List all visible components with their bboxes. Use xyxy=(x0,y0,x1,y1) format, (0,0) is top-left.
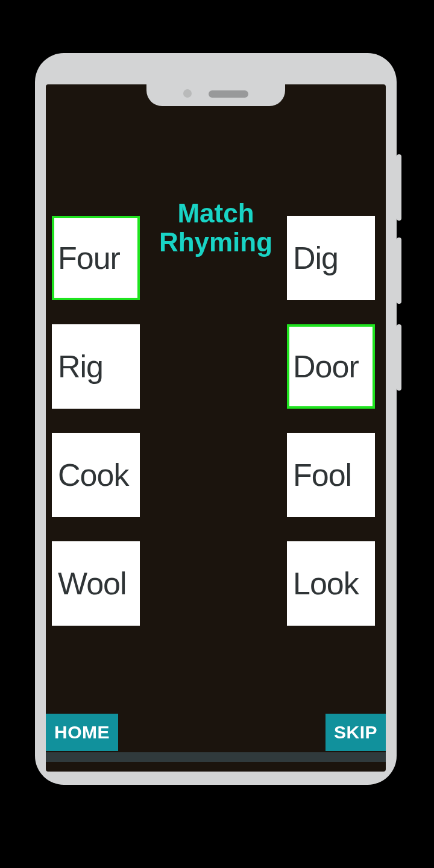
home-button[interactable]: HOME xyxy=(46,714,118,751)
word-card-left-3[interactable]: Wool xyxy=(52,541,140,626)
stage: Match Rhyming Four Rig Cook Wool Dig Doo… xyxy=(0,0,434,868)
word-card-right-2[interactable]: Fool xyxy=(287,433,375,517)
phone-side-button-icon xyxy=(397,237,401,304)
word-card-left-1[interactable]: Rig xyxy=(52,324,140,409)
phone-frame: Match Rhyming Four Rig Cook Wool Dig Doo… xyxy=(35,53,397,785)
match-connection-line xyxy=(46,84,227,175)
game-area: Match Rhyming Four Rig Cook Wool Dig Doo… xyxy=(46,84,386,772)
word-card-right-3[interactable]: Look xyxy=(287,541,375,626)
footer: HOME SKIP xyxy=(46,719,386,762)
word-card-left-2[interactable]: Cook xyxy=(52,433,140,517)
phone-screen: Match Rhyming Four Rig Cook Wool Dig Doo… xyxy=(46,84,386,772)
footer-divider xyxy=(46,752,386,762)
phone-side-button-icon xyxy=(397,154,401,221)
word-card-left-0[interactable]: Four xyxy=(52,216,140,300)
phone-side-button-icon xyxy=(397,324,401,391)
skip-button[interactable]: SKIP xyxy=(326,714,386,751)
word-card-right-0[interactable]: Dig xyxy=(287,216,375,300)
word-card-right-1[interactable]: Door xyxy=(287,324,375,409)
